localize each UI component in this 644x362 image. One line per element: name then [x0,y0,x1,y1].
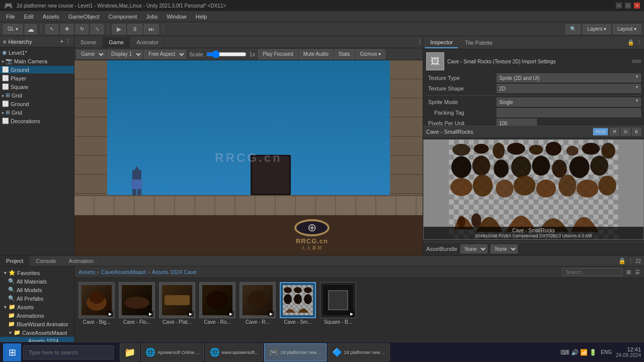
pause-btn[interactable]: ⏸ [127,24,142,34]
taskbar-search[interactable] [23,345,114,359]
transform-btn[interactable]: ↖ [45,24,58,34]
stats-btn[interactable]: Stats [334,49,355,59]
logo-overlay: ⊕ RRCG.cn 人人素材 [282,220,342,250]
tab-animation[interactable]: Animation [63,256,100,266]
minimize-btn[interactable]: ─ [616,3,622,9]
tab-tile-palette[interactable]: Tile Palette [460,38,498,48]
asset-bundle-select1[interactable]: None [460,244,488,253]
inspector-lock-btn[interactable]: 🔒 [627,39,634,46]
sidebar-all-materials[interactable]: 🔍 All Materials [0,277,74,286]
tab-game[interactable]: Game [103,37,130,47]
tab-options[interactable]: ⋮ [417,39,423,45]
menu-edit[interactable]: Edit [20,13,38,21]
channel-g-btn[interactable]: G [621,128,630,136]
asset-cave-r[interactable]: ▶ Cave - R... [239,282,276,325]
tree-item-player[interactable]: ⬜ Player [0,74,74,82]
texture-type-select[interactable]: Sprite (2D and UI) [497,73,641,82]
taskbar-file-explorer[interactable]: 📁 [120,343,140,361]
aspect-select[interactable]: Free Aspect [144,50,186,59]
tree-item-ground2[interactable]: ⬜ Ground [0,100,74,108]
texture-shape-select[interactable]: 2D [497,84,641,93]
tree-item-maincamera[interactable]: ▸ 📷 Main Camera [0,57,74,65]
search-input[interactable] [562,268,622,276]
packing-tag-input[interactable] [497,108,641,117]
tree-item-decorations[interactable]: ⬜ Decorations [0,117,74,125]
game-mode-select[interactable]: Game [76,50,106,59]
mute-btn[interactable]: Mute Audio [299,49,333,59]
scale-slider[interactable] [206,50,247,58]
menu-assets[interactable]: Assets [39,13,63,21]
menu-jobs[interactable]: Jobs [142,13,162,21]
gizmos-btn[interactable]: Gizmos ▾ [356,49,386,59]
view-options-btn[interactable]: ⊞ [626,269,631,276]
sidebar-bluewizard[interactable]: 📁 BlueWizard Animator [0,320,74,328]
maximize-btn[interactable]: □ [625,3,631,9]
tab-project[interactable]: Project [0,256,30,266]
taskbar-unity2[interactable]: 🔷 2d platformer new ... [328,343,390,361]
menu-window[interactable]: Window [163,13,191,21]
tab-inspector[interactable]: Inspector [425,37,458,48]
tree-item-grid1[interactable]: ▸ ⊞ Grid [0,91,74,100]
bluewizard-icon: 📁 [8,321,15,327]
asset-cave-flo[interactable]: ▶ Cave - Flo... [119,282,155,325]
sidebar-animations[interactable]: 📁 Animations [0,311,74,320]
step-btn[interactable]: ⏭ [144,24,159,34]
hierarchy-add-btn[interactable]: + [60,38,63,45]
tree-item-square[interactable]: ⬜ Square [0,82,74,91]
bottom-options-btn[interactable]: ⋮ [628,258,633,264]
open-button[interactable] [632,60,641,63]
tab-animator[interactable]: Animator [130,37,165,47]
hierarchy-options-btn[interactable]: ⋮ [65,38,71,45]
bottom-lock-btn[interactable]: 🔒 [618,257,626,264]
pixels-per-unit-input[interactable] [497,119,537,126]
filter-btn[interactable]: ☰ [635,269,640,276]
asset-cave-plat[interactable]: ▶ Cave - Plat... [159,282,195,325]
taskbar-unity1[interactable]: 🎮 2d platformer new ... [264,343,327,361]
bc-cave[interactable]: CaveAssetsMaaot [101,269,146,275]
bc-1024[interactable]: Assets 1024 Cave [152,269,197,275]
tab-scene[interactable]: Scene [74,37,103,47]
tree-item-ground[interactable]: ⬜ Ground [0,65,74,74]
sidebar-assets[interactable]: ▼ 📁 Assets [0,303,74,311]
play-focused-btn[interactable]: Play Focused [258,49,298,59]
channel-b-btn[interactable]: B [632,128,641,136]
collab-btn[interactable]: ☁ [25,24,37,34]
sidebar-all-prefabs[interactable]: 🔍 All Prefabs [0,294,74,303]
play-btn[interactable]: ▶ [112,24,126,34]
square-label: Square [11,84,28,90]
svg-point-23 [473,174,493,197]
browser2-label: www.apowersoft... [222,350,259,355]
menu-file[interactable]: File [2,13,19,21]
asset-cave-sm[interactable]: Cave - Sm... [280,282,316,325]
start-btn[interactable]: ⊞ [3,343,21,361]
sidebar-cave-assets[interactable]: ▼ 📁 CaveAssetsMaaot [0,328,74,337]
display-select[interactable]: Display 1 [107,50,143,59]
inspector-options-btn[interactable]: ⋮ [636,39,642,46]
taskbar-browser1[interactable]: 🌐 Apowersoft Online ... [141,343,204,361]
taskbar-browser2[interactable]: 🌐 www.apowersoft... [205,343,263,361]
layers-btn[interactable]: Layers ▾ [583,24,611,34]
bc-assets[interactable]: Assets [78,269,95,275]
search-btn[interactable]: 🔍 [566,24,581,34]
asset-cave-ro[interactable]: ▶ Cave - Ro... [199,282,235,325]
channel-r-btn[interactable]: R [610,128,619,136]
channel-rgb-btn[interactable]: RGB [593,128,609,136]
menu-help[interactable]: Help [192,13,211,21]
asset-cave-big[interactable]: ▶ Cave - Big... [78,282,115,325]
asset-bundle-select2[interactable]: None [491,244,518,253]
sidebar-all-models[interactable]: 🔍 All Models [0,286,74,294]
sprite-mode-select[interactable]: Single [497,98,641,107]
tree-item-level1[interactable]: ◉ Level1* [0,48,74,57]
tab-console[interactable]: Console [30,256,62,266]
close-btn[interactable]: ✕ [634,3,640,9]
sidebar-favorites[interactable]: ▼ ⭐ Favorites [0,268,74,277]
asset-square-b[interactable]: ▶ Square - B... [320,282,356,325]
tree-item-grid2[interactable]: ▸ ⊞ Grid [0,108,74,117]
menu-gameobject[interactable]: GameObject [64,13,104,21]
scale-btn[interactable]: ⤡ [91,24,104,34]
menu-component[interactable]: Component [104,13,141,21]
gl-toggle[interactable]: GL ▾ [3,24,23,34]
move-btn[interactable]: ✥ [60,24,73,34]
layout-btn[interactable]: Layout ▾ [613,24,641,34]
rotate-btn[interactable]: ↻ [75,24,89,34]
